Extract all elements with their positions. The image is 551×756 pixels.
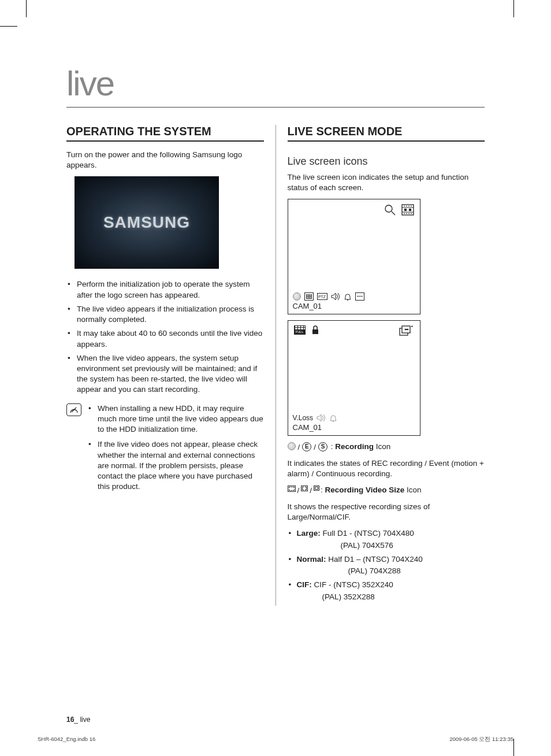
page-number: 16_ live [66, 716, 90, 724]
samsung-logo-screen: SAMSUNG [75, 176, 219, 269]
size-normal: Normal: Half D1 – (NTSC) 704X240 [288, 554, 485, 565]
full-icon: FULL [294, 325, 306, 335]
size-large-icon [288, 486, 296, 492]
recording-size-legend: // : Recording Video Size Icon [288, 485, 485, 496]
ptz-icon: PTZ [317, 293, 327, 300]
list-item: It may take about 40 to 60 seconds until… [75, 328, 264, 349]
list-item: When the live video appears, the system … [75, 353, 264, 395]
icon-suffix: Icon [374, 442, 390, 451]
zoom-icon [384, 204, 396, 216]
svg-rect-5 [404, 209, 407, 211]
recording-size-desc: It shows the respective recording sizes … [288, 502, 485, 522]
operating-intro: Turn on the power and the following Sams… [66, 150, 264, 171]
note-list: When installing a new HDD, it may requir… [87, 403, 264, 497]
icon-suffix: Icon [404, 486, 421, 494]
live-mode-heading: LIVE SCREEN MODE [288, 125, 485, 142]
svg-rect-6 [409, 209, 411, 211]
svg-line-1 [392, 212, 395, 215]
freeze-icon [355, 292, 364, 301]
svg-rect-16 [312, 329, 318, 334]
size-normal-pal: (PAL) 704X288 [288, 566, 485, 576]
note-icon [66, 403, 81, 416]
list-item: The live video appears if the initializa… [75, 304, 264, 325]
live-icons-subheading: Live screen icons [288, 155, 485, 168]
rec-event-icon: E [302, 442, 311, 451]
size-cif: CIF: CIF - (NTSC) 352X240 [288, 580, 485, 590]
chapter-title: live [66, 64, 485, 108]
motion-icon [304, 292, 314, 301]
print-date: 2009-06-05 오전 11:23:35 [449, 733, 513, 743]
alarm-icon [329, 414, 337, 422]
list-item: When installing a new HDD, it may requir… [95, 403, 264, 435]
recording-icon-desc: It indicates the states of REC recording… [288, 458, 485, 479]
live-screen-example-1: PTZ CAM_01 [288, 199, 420, 314]
recording-icon-legend: / E/ S : Recording Icon [288, 442, 485, 453]
size-cif-icon [314, 486, 319, 491]
samsung-logo-text: SAMSUNG [103, 213, 190, 232]
recording-size-label: Recording Video Size [325, 486, 405, 494]
size-large: Large: Full D1 - (NTSC) 704X480 [288, 528, 485, 539]
sequence-icon [399, 325, 414, 337]
recording-label: Recording [335, 442, 374, 451]
live-screen-example-2: FULL V.Loss [288, 320, 420, 436]
operating-heading: OPERATING THE SYSTEM [66, 125, 264, 142]
vloss-label: V.Loss [293, 414, 314, 422]
alarm-icon [344, 292, 352, 301]
lock-icon [311, 325, 319, 335]
list-item: Perform the initialization job to operat… [75, 279, 264, 300]
live-icons-desc: The live screen icon indicates the setup… [288, 172, 485, 193]
operating-bullets: Perform the initialization job to operat… [66, 279, 264, 395]
audio-icon [331, 292, 340, 301]
rec-icon [293, 292, 301, 301]
svg-point-0 [385, 205, 392, 212]
size-cif-pal: (PAL) 352X288 [288, 592, 485, 602]
camera-label: CAM_01 [293, 302, 415, 310]
size-large-pal: (PAL) 704X576 [288, 540, 485, 551]
rec-schedule-icon: S [318, 442, 327, 451]
source-file: SHR-6042_Eng.indb 16 [38, 733, 95, 743]
rec-circle-icon [288, 442, 296, 450]
camera-label: CAM_01 [293, 423, 415, 432]
size-normal-icon [301, 486, 308, 491]
audio-icon [317, 414, 326, 422]
list-item: If the live video does not appear, pleas… [95, 439, 264, 492]
hdd-icon [401, 204, 414, 216]
